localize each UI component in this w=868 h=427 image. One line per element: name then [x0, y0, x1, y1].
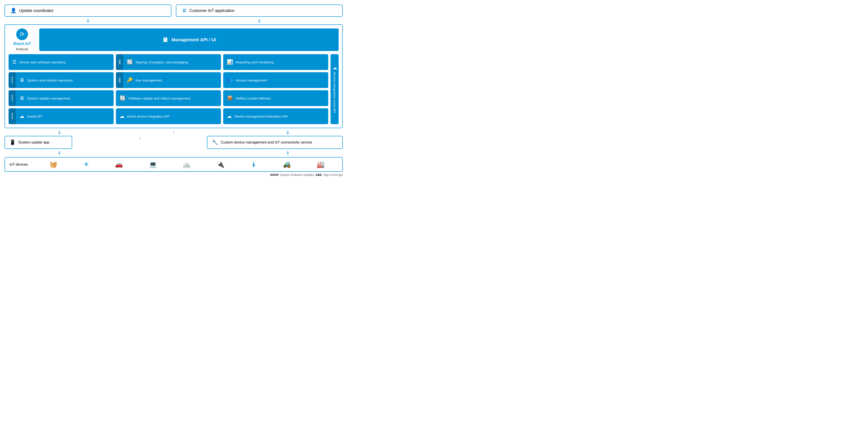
logo-area: ⟳ Bosch IoT Rollouts — [8, 28, 36, 51]
system-module-repo-box: SOUP 🖥 System and module repository — [8, 72, 114, 88]
device-mgmt-federation-box: ☁ Device management federation API — [223, 108, 328, 124]
iot-device-tractor: 🚜 — [283, 161, 291, 168]
list-icon: ☰ — [12, 59, 17, 65]
soup-tag-1: SOUP — [8, 72, 16, 88]
customer-iot-label: Customer IoT application — [189, 8, 235, 13]
update-coordinator-label: Update coordinator — [19, 8, 54, 13]
top-row: 👤 Update coordinator 🖥 Customer IoT appl… — [4, 4, 343, 17]
system-update-app-box: 📱 System update app — [4, 136, 72, 149]
side-api-label: Service integration event API — [333, 72, 336, 113]
arrow-iot-right: ⇕ — [233, 150, 343, 156]
services-outer-grid: ☰ Device and software repository S&E 🔄 S… — [8, 54, 339, 124]
logo-title: Bosch IoT — [13, 41, 31, 46]
iot-device-charger: 🔌 — [217, 161, 224, 168]
mgmt-api-icon: 🖥 — [162, 36, 168, 44]
management-api-bar: 🖥 Management API / UI — [39, 28, 339, 51]
direct-device-api-box: ☁ Direct device integration API — [116, 108, 221, 124]
arrow-iot-left: ⇕ — [4, 150, 114, 156]
arrow-right: ⇕ — [176, 19, 343, 24]
iot-icons-container: 🧺 ☀ 🚗 💻 🚲 🔌 🌡 🚜 🏭 — [36, 161, 338, 168]
iot-devices-row: IoT devices 🧺 ☀ 🚗 💻 🚲 🔌 🌡 🚜 🏭 — [4, 157, 343, 172]
chart-icon: 📊 — [227, 59, 233, 65]
artifact-delivery-box: 📦 Artifact content delivery — [223, 90, 328, 106]
device-software-repo-box: ☰ Device and software repository — [8, 54, 114, 70]
se-footnote-desc: : Sign & Encrypt — [322, 173, 343, 176]
main-content-box: ⟳ Bosch IoT Rollouts 🖥 Management API / … — [4, 24, 343, 128]
se-tag-2: S&E — [116, 72, 123, 88]
phone-icon: 📱 — [9, 140, 16, 145]
reporting-monitoring-label: Reporting and monitoring — [236, 60, 274, 64]
system-update-mgmt-content: 🖥 System update management — [16, 90, 114, 106]
server2-icon: 🖥 — [20, 95, 24, 101]
top-arrows: ⇕ ⇕ — [4, 19, 343, 24]
customer-iot-box: 🖥 Customer IoT application — [176, 4, 343, 17]
custom-device-label: Custom device management and IoT connect… — [221, 140, 312, 144]
reporting-monitoring-box: 📊 Reporting and monitoring — [223, 54, 328, 70]
access-management-box: 👥 Access management — [223, 72, 328, 88]
custom-device-box: 🔧 Custom device management and IoT conne… — [207, 136, 343, 149]
access-management-label: Access management — [236, 78, 267, 82]
key-management-label: Key management — [135, 78, 162, 82]
soup-footnote-label: SOUP — [270, 173, 278, 176]
iot-label: IoT devices — [9, 163, 32, 167]
services-columns: ☰ Device and software repository S&E 🔄 S… — [8, 54, 328, 124]
long-arrow-up: ↑ — [138, 136, 141, 141]
side-api-bar: ☁ Service integration event API — [331, 54, 339, 124]
users-icon: 👥 — [227, 77, 233, 83]
signing-encryption-label: Signing, encryption, and packaging — [135, 60, 188, 64]
person-icon: 👤 — [10, 8, 17, 13]
package-icon: 📦 — [227, 95, 233, 101]
install-api-box: SOUP ☁ Install API — [8, 108, 114, 124]
device-mgmt-federation-label: Device management federation API — [235, 114, 288, 118]
system-update-mgmt-label: System update management — [27, 96, 70, 100]
soup-tag-3: SOUP — [8, 108, 16, 124]
iot-device-solar: ☀ — [84, 161, 89, 168]
cloud-direct-icon: ☁ — [120, 113, 124, 119]
main-wrapper: 👤 Update coordinator 🖥 Customer IoT appl… — [0, 0, 347, 179]
se-tag: S&E — [116, 54, 123, 70]
iot-device-thermostat: 🌡 — [251, 161, 257, 168]
arrow-iot-center — [119, 150, 228, 156]
cloud-install-icon: ☁ — [20, 113, 24, 119]
direct-device-api-label: Direct device integration API — [127, 114, 169, 118]
install-api-label: Install API — [27, 114, 42, 118]
footnote: SOUP: System Software Updates, S&E: Sign… — [4, 173, 343, 176]
logo-subtitle: Rollouts — [16, 47, 28, 51]
device-software-repo-label: Device and software repository — [20, 60, 66, 64]
se-footnote-label: S&E — [316, 173, 322, 176]
refresh-icon: 🔄 — [127, 59, 133, 65]
soup-footnote-desc: : System Software Updates, — [278, 173, 316, 176]
install-api-content: ☁ Install API — [16, 108, 114, 124]
soup-tag-2: SOUP — [8, 90, 16, 106]
services-grid: ☰ Device and software repository S&E 🔄 S… — [8, 54, 328, 124]
signing-encryption-box: S&E 🔄 Signing, encryption, and packaging — [116, 54, 221, 70]
software-update-rollout-label: Software update and rollout management — [128, 96, 190, 100]
iot-device-car: 🚗 — [115, 161, 123, 168]
cloud-federation-icon: ☁ — [227, 113, 232, 119]
middle-arrows-row: ⇕ ↑ ⇕ — [4, 130, 343, 135]
server-icon: 🖥 — [20, 77, 24, 83]
system-module-repo-label: System and module repository — [27, 78, 73, 82]
key-icon: 🔑 — [127, 77, 133, 83]
monitor-icon: 🖥 — [182, 8, 187, 13]
arrow-left: ⇕ — [4, 19, 172, 24]
arrow-spacer: ↑ — [76, 136, 203, 141]
key-management-content: 🔑 Key management — [123, 72, 221, 88]
system-module-repo-content: 🖥 System and module repository — [16, 72, 114, 88]
mgmt-api-label: Management API / UI — [172, 37, 216, 42]
side-api-icon: ☁ — [332, 65, 337, 70]
iot-connectivity-icon: 🔧 — [212, 140, 218, 145]
arrow-middle-left: ⇕ — [4, 130, 114, 135]
iot-device-chip: 💻 — [149, 161, 157, 168]
header-row: ⟳ Bosch IoT Rollouts 🖥 Management API / … — [8, 28, 339, 51]
update-coordinator-box: 👤 Update coordinator — [4, 4, 172, 17]
rollout-icon: 🔄 — [120, 95, 126, 101]
iot-device-factory: 🏭 — [317, 161, 324, 168]
software-update-rollout-box: 🔄 Software update and rollout management — [116, 90, 221, 106]
arrow-middle-center: ↑ — [119, 130, 228, 135]
middle-row: 📱 System update app ↑ 🔧 Custom device ma… — [4, 136, 343, 149]
artifact-delivery-label: Artifact content delivery — [236, 96, 271, 100]
arrow-middle-right: ⇕ — [233, 130, 343, 135]
bosch-logo-icon: ⟳ — [16, 28, 28, 40]
iot-arrows-row: ⇕ ⇕ — [4, 150, 343, 156]
